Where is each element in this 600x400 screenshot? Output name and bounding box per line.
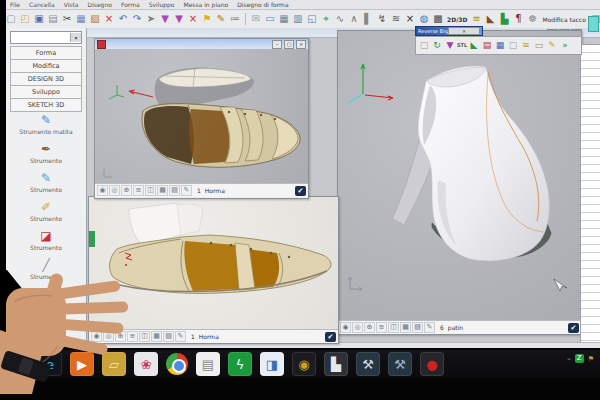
view-tool-icon[interactable]: ▨ bbox=[163, 331, 174, 342]
window-titlebar[interactable]: – ▢ × bbox=[95, 39, 308, 49]
monitor-icon[interactable]: ▭ bbox=[263, 12, 277, 26]
shoe-icon[interactable]: ◣ bbox=[484, 12, 498, 26]
mail-icon[interactable]: ✉ bbox=[249, 12, 263, 26]
viewport-sneaker-top[interactable] bbox=[95, 49, 308, 183]
menu-item[interactable]: Disegno di forma bbox=[237, 1, 288, 8]
undo-icon[interactable]: ↶ bbox=[116, 12, 130, 26]
import-icon[interactable]: ↻ bbox=[431, 39, 443, 52]
page-icon[interactable]: ▢ bbox=[507, 39, 519, 52]
apply-check-icon[interactable]: ✔ bbox=[325, 332, 336, 342]
menu-item[interactable]: Sviluppo bbox=[149, 1, 175, 8]
delete-icon[interactable]: × bbox=[102, 12, 116, 26]
chrome-icon[interactable] bbox=[166, 353, 188, 375]
pin-icon[interactable]: ¶ bbox=[512, 12, 526, 26]
tool-item[interactable]: ✒ Strumento bbox=[6, 141, 86, 170]
tool-item[interactable]: ◪ Strumento bbox=[6, 228, 86, 257]
table-icon[interactable]: ▦ bbox=[494, 39, 506, 52]
window-icon[interactable]: ◱ bbox=[305, 12, 319, 26]
modifica-tacco-button[interactable]: Modifica tacco bbox=[543, 16, 586, 23]
filter-icon[interactable]: ▼ bbox=[158, 12, 172, 26]
view-tool-icon[interactable]: ⊕ bbox=[364, 322, 375, 333]
nvidia-icon[interactable]: ϟ bbox=[228, 352, 252, 376]
print-icon[interactable]: ▤ bbox=[46, 12, 60, 26]
heel-shoe-icon[interactable]: ◣ bbox=[468, 39, 480, 52]
view-tool-icon[interactable]: ◎ bbox=[109, 185, 120, 196]
column-icon[interactable]: ▌ bbox=[361, 12, 375, 26]
window-app-icon[interactable]: ◨ bbox=[260, 352, 284, 376]
close-button[interactable]: × bbox=[296, 40, 306, 49]
open-icon[interactable]: ◰ bbox=[18, 12, 32, 26]
notes-icon[interactable]: ▤ bbox=[196, 352, 220, 376]
list-icon[interactable]: ≔ bbox=[228, 12, 242, 26]
target-icon[interactable]: ⌖ bbox=[319, 12, 333, 26]
palette-combobox[interactable]: ▾ bbox=[10, 31, 82, 44]
peak-icon[interactable]: ∧ bbox=[347, 12, 361, 26]
wave-icon[interactable]: ≋ bbox=[389, 12, 403, 26]
save-icon[interactable]: ▣ bbox=[32, 12, 46, 26]
stl-funnel-icon[interactable]: ▼ bbox=[444, 39, 456, 52]
menu-item[interactable]: Messa in piano bbox=[184, 1, 229, 8]
globe-icon[interactable]: ◍ bbox=[417, 12, 431, 26]
new-icon[interactable]: ▢ bbox=[4, 12, 18, 26]
menu-item[interactable]: Vista bbox=[64, 1, 79, 8]
close-icon[interactable]: × bbox=[448, 27, 480, 35]
minimize-button[interactable]: – bbox=[272, 40, 282, 49]
view-tool-icon[interactable]: ▦ bbox=[151, 331, 162, 342]
view-tool-icon[interactable]: ▦ bbox=[157, 185, 168, 196]
view-tool-icon[interactable]: ≡ bbox=[376, 322, 387, 333]
export-icon[interactable]: » bbox=[559, 39, 571, 52]
chevron-down-icon[interactable]: ▾ bbox=[70, 33, 81, 42]
view-tool-icon[interactable]: ≡ bbox=[133, 185, 144, 196]
viewport-heel[interactable] bbox=[338, 31, 581, 320]
apply-check-icon[interactable]: ✔ bbox=[568, 323, 579, 333]
heel-icon[interactable]: ▙ bbox=[498, 12, 512, 26]
emblem-app-icon[interactable]: ◉ bbox=[292, 352, 316, 376]
pencil-icon[interactable]: ✎ bbox=[546, 39, 558, 52]
record-app-icon[interactable]: ● bbox=[420, 352, 444, 376]
tray-flag-icon[interactable]: ⚑ bbox=[588, 355, 594, 363]
texture-icon[interactable]: ▩ bbox=[431, 12, 445, 26]
view-tool-icon[interactable]: ◉ bbox=[97, 185, 108, 196]
cad-tool2-icon[interactable]: ⚒ bbox=[388, 352, 412, 376]
view-tool-icon[interactable]: ▦ bbox=[400, 322, 411, 333]
view-tool-icon[interactable]: ◫ bbox=[145, 185, 156, 196]
card-icon[interactable]: ▭ bbox=[533, 39, 545, 52]
mesh-icon[interactable]: ▤ bbox=[481, 39, 493, 52]
select-icon[interactable]: ➤ bbox=[144, 12, 158, 26]
view-tool-icon[interactable]: ▨ bbox=[169, 185, 180, 196]
view-tool-icon[interactable]: ✎ bbox=[175, 331, 186, 342]
redo-icon[interactable]: ↷ bbox=[130, 12, 144, 26]
layers-icon[interactable]: ≡ bbox=[470, 12, 484, 26]
menu-item[interactable]: File bbox=[10, 1, 20, 8]
columns-icon[interactable]: ▥ bbox=[291, 12, 305, 26]
paste-icon[interactable]: ▧ bbox=[88, 12, 102, 26]
menu-item[interactable]: Disegno bbox=[88, 1, 112, 8]
sidebar-tab[interactable]: Modifica bbox=[10, 60, 82, 73]
sidebar-tab[interactable]: SKETCH 3D bbox=[10, 99, 82, 112]
sidebar-tab[interactable]: DESIGN 3D bbox=[10, 73, 82, 86]
delete-red-icon[interactable]: × bbox=[186, 12, 200, 26]
apply-check-icon[interactable]: ✔ bbox=[295, 186, 306, 196]
filter-alt-icon[interactable]: ▼ bbox=[172, 12, 186, 26]
tool-item[interactable]: ✎ Strumento bbox=[6, 170, 86, 199]
menu-item[interactable]: Forma bbox=[121, 1, 140, 8]
mode-2d3d-button[interactable]: 2D/3D bbox=[447, 16, 468, 23]
doc-icon[interactable]: ▢ bbox=[418, 39, 430, 52]
sidebar-tab[interactable]: Forma bbox=[10, 46, 82, 60]
lasso-icon[interactable]: ↯ bbox=[375, 12, 389, 26]
layers-icon[interactable]: ≡ bbox=[520, 39, 532, 52]
view-tool-icon[interactable]: ◎ bbox=[352, 322, 363, 333]
view-tool-icon[interactable]: ✎ bbox=[181, 185, 192, 196]
tool-item[interactable]: ✎ Strumento matita bbox=[6, 112, 86, 141]
stl-label[interactable]: STL bbox=[457, 39, 467, 52]
copy-icon[interactable]: ▦ bbox=[74, 12, 88, 26]
properties-list-panel[interactable] bbox=[580, 44, 600, 344]
shoe-app-icon[interactable]: ▙ bbox=[324, 352, 348, 376]
pen-icon[interactable]: ✎ bbox=[214, 12, 228, 26]
cut-icon[interactable]: ✂ bbox=[60, 12, 74, 26]
view-tool-icon[interactable]: ◫ bbox=[388, 322, 399, 333]
tool-item[interactable]: ✐ Strumento bbox=[6, 199, 86, 228]
sidebar-tab[interactable]: Sviluppo bbox=[10, 86, 82, 99]
view-tool-icon[interactable]: ◉ bbox=[340, 322, 351, 333]
view-tool-icon[interactable]: ▨ bbox=[412, 322, 423, 333]
